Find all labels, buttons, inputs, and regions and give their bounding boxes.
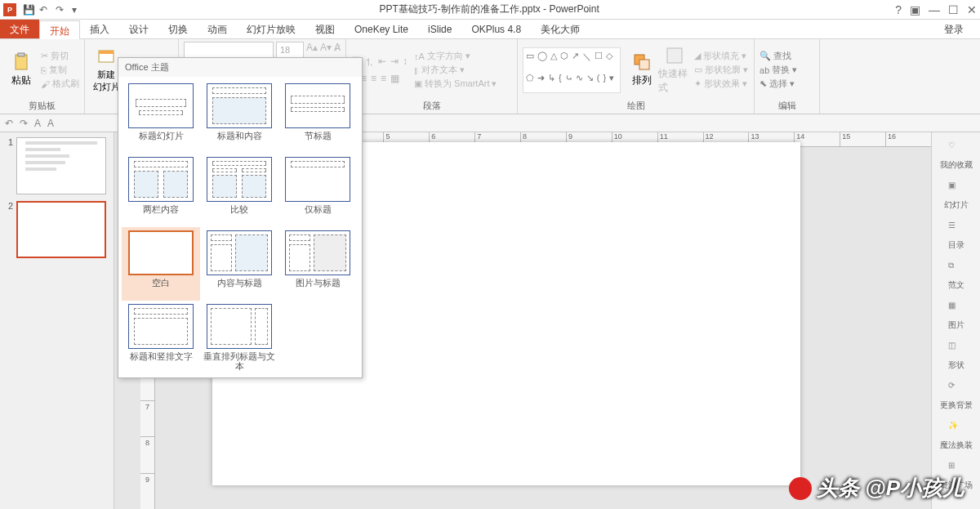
arrange-button[interactable]: 排列 bbox=[626, 52, 658, 87]
strip-undo-icon[interactable]: ↶ bbox=[5, 118, 13, 129]
justify-icon[interactable]: ≡ bbox=[381, 73, 386, 84]
watermark-text: 头条 @P小孩儿 bbox=[817, 474, 964, 502]
paste-button[interactable]: 粘贴 bbox=[5, 52, 38, 87]
save-icon[interactable]: 💾 bbox=[23, 4, 34, 16]
text-direction-button[interactable]: ↕A文字方向 ▾ bbox=[414, 50, 497, 62]
slides-icon: ▣ bbox=[948, 181, 964, 197]
select-button[interactable]: ⬉选择 ▾ bbox=[760, 78, 797, 90]
watermark: 头条 @P小孩儿 bbox=[789, 474, 964, 502]
layout-two-content[interactable]: 两栏内容 bbox=[122, 154, 200, 227]
side-shapes[interactable]: ◫形状 bbox=[948, 341, 964, 371]
ribbon-tabs: 文件 开始 插入 设计 切换 动画 幻灯片放映 视图 OneKey Lite i… bbox=[0, 20, 980, 39]
copy-button[interactable]: ⎘复制 bbox=[41, 64, 79, 76]
columns-icon[interactable]: ▦ bbox=[390, 73, 399, 84]
tab-transitions[interactable]: 切换 bbox=[158, 20, 198, 38]
quick-styles-button[interactable]: 快速样式 bbox=[658, 46, 691, 95]
thumb-2[interactable] bbox=[16, 201, 106, 258]
cut-button[interactable]: ✂剪切 bbox=[41, 50, 79, 62]
close-icon[interactable]: ✕ bbox=[967, 3, 977, 16]
quick-access-toolbar: 💾 ↶ ↷ ▾ bbox=[23, 4, 83, 16]
quick-styles-icon bbox=[665, 46, 684, 65]
align-right-icon[interactable]: ≡ bbox=[371, 73, 376, 84]
text-dir-icon: ↕A bbox=[414, 51, 425, 61]
tab-beautify[interactable]: 美化大师 bbox=[531, 20, 590, 38]
line-spacing-icon[interactable]: ↕ bbox=[403, 56, 408, 69]
replace-button[interactable]: ab替换 ▾ bbox=[760, 64, 797, 76]
tab-insert[interactable]: 插入 bbox=[80, 20, 119, 38]
layout-grid: 标题幻灯片 标题和内容 节标题 两栏内容 比较 仅标题 空白 内容与标题 bbox=[118, 77, 362, 377]
side-images[interactable]: ▦图片 bbox=[948, 301, 964, 331]
tab-onekey[interactable]: OneKey Lite bbox=[345, 20, 418, 38]
smartart-button[interactable]: ▣转换为 SmartArt ▾ bbox=[414, 78, 497, 90]
side-favorites[interactable]: ♡我的收藏 bbox=[940, 141, 973, 171]
layout-title-only[interactable]: 仅标题 bbox=[278, 154, 357, 227]
minimize-icon[interactable]: — bbox=[929, 3, 940, 16]
layout-vertical-title-text[interactable]: 垂直排列标题与文本 bbox=[200, 301, 278, 374]
format-painter-button[interactable]: 🖌格式刷 bbox=[41, 78, 79, 90]
align-text-button[interactable]: ⫿对齐文本 ▾ bbox=[414, 64, 497, 76]
layout-dropdown: Office 主题 标题幻灯片 标题和内容 节标题 两栏内容 比较 仅标题 空白 bbox=[118, 57, 363, 378]
refresh-icon: ⟳ bbox=[948, 381, 964, 397]
select-icon: ⬉ bbox=[760, 78, 767, 89]
side-templates[interactable]: ⧉范文 bbox=[948, 261, 964, 291]
side-toc[interactable]: ☰目录 bbox=[948, 221, 964, 251]
tab-islide[interactable]: iSlide bbox=[418, 20, 461, 38]
numbering-icon[interactable]: ⒈ bbox=[364, 56, 374, 69]
layout-picture-caption[interactable]: 图片与标题 bbox=[278, 227, 357, 301]
layout-title-content[interactable]: 标题和内容 bbox=[200, 80, 278, 154]
tab-design[interactable]: 设计 bbox=[119, 20, 158, 38]
effects-icon: ✦ bbox=[694, 78, 702, 89]
layout-comparison[interactable]: 比较 bbox=[200, 154, 278, 227]
qat-dropdown-icon[interactable]: ▾ bbox=[72, 4, 83, 16]
login-link[interactable]: 登录 bbox=[928, 20, 980, 38]
find-button[interactable]: 🔍查找 bbox=[760, 50, 797, 62]
list-icon: ☰ bbox=[948, 221, 964, 237]
strip-redo-icon[interactable]: ↷ bbox=[20, 118, 28, 129]
tab-file[interactable]: 文件 bbox=[0, 20, 39, 38]
shape-effects-button[interactable]: ✦形状效果 ▾ bbox=[694, 78, 748, 90]
thumb-row-1[interactable]: 1 bbox=[3, 137, 110, 194]
strip-font-icon[interactable]: A bbox=[34, 118, 41, 129]
thumb-row-2[interactable]: 2 bbox=[3, 201, 110, 258]
shapes-gallery[interactable]: ▭◯△⬡↗＼ ☐◇⬠➜↳{ ⤿∿↘(}▾ bbox=[523, 47, 621, 93]
tab-slideshow[interactable]: 幻灯片放映 bbox=[237, 20, 305, 38]
shape-icon: ◫ bbox=[948, 341, 964, 357]
side-slides[interactable]: ▣幻灯片 bbox=[944, 181, 969, 211]
indent-dec-icon[interactable]: ⇤ bbox=[378, 56, 386, 69]
wand-icon: ✨ bbox=[948, 421, 964, 437]
grow-font-icon[interactable]: A▴ bbox=[306, 42, 318, 58]
side-magic[interactable]: ✨魔法换装 bbox=[940, 421, 973, 451]
shrink-font-icon[interactable]: A▾ bbox=[320, 42, 332, 58]
window-buttons: ? ▣ — ☐ ✕ bbox=[895, 3, 977, 16]
group-clipboard-label: 剪贴板 bbox=[5, 98, 79, 112]
layout-blank[interactable]: 空白 bbox=[122, 227, 200, 301]
outline-icon: ▭ bbox=[694, 65, 702, 75]
tab-animations[interactable]: 动画 bbox=[198, 20, 237, 38]
tab-home[interactable]: 开始 bbox=[39, 20, 80, 39]
font-family-select[interactable] bbox=[184, 42, 274, 58]
help-icon[interactable]: ? bbox=[895, 3, 902, 16]
new-slide-icon bbox=[96, 47, 116, 67]
ribbon-options-icon[interactable]: ▣ bbox=[910, 3, 920, 16]
shape-outline-button[interactable]: ▭形状轮廓 ▾ bbox=[694, 64, 748, 76]
thumb-1[interactable] bbox=[16, 137, 106, 194]
font-size-select[interactable]: 18 bbox=[276, 42, 304, 58]
new-slide-label: 新建 幻灯片 bbox=[93, 69, 120, 93]
shape-fill-button[interactable]: ◢形状填充 ▾ bbox=[694, 50, 748, 62]
tab-view[interactable]: 视图 bbox=[305, 20, 345, 38]
layout-content-caption[interactable]: 内容与标题 bbox=[200, 227, 278, 301]
align-text-icon: ⫿ bbox=[414, 65, 419, 75]
strip-font2-icon[interactable]: A bbox=[47, 118, 54, 129]
svg-rect-7 bbox=[639, 60, 649, 69]
maximize-icon[interactable]: ☐ bbox=[948, 3, 959, 16]
fill-icon: ◢ bbox=[694, 51, 701, 61]
layout-title-vertical-text[interactable]: 标题和竖排文字 bbox=[122, 301, 200, 374]
tab-okplus[interactable]: OKPlus 4.8 bbox=[461, 20, 531, 38]
indent-inc-icon[interactable]: ⇥ bbox=[390, 56, 399, 69]
clear-format-icon[interactable]: A̷ bbox=[334, 42, 341, 58]
undo-icon[interactable]: ↶ bbox=[39, 4, 51, 16]
layout-title-slide[interactable]: 标题幻灯片 bbox=[122, 80, 200, 154]
redo-icon[interactable]: ↷ bbox=[56, 4, 67, 16]
layout-section-header[interactable]: 节标题 bbox=[278, 80, 357, 154]
side-background[interactable]: ⟳更换背景 bbox=[940, 381, 973, 411]
